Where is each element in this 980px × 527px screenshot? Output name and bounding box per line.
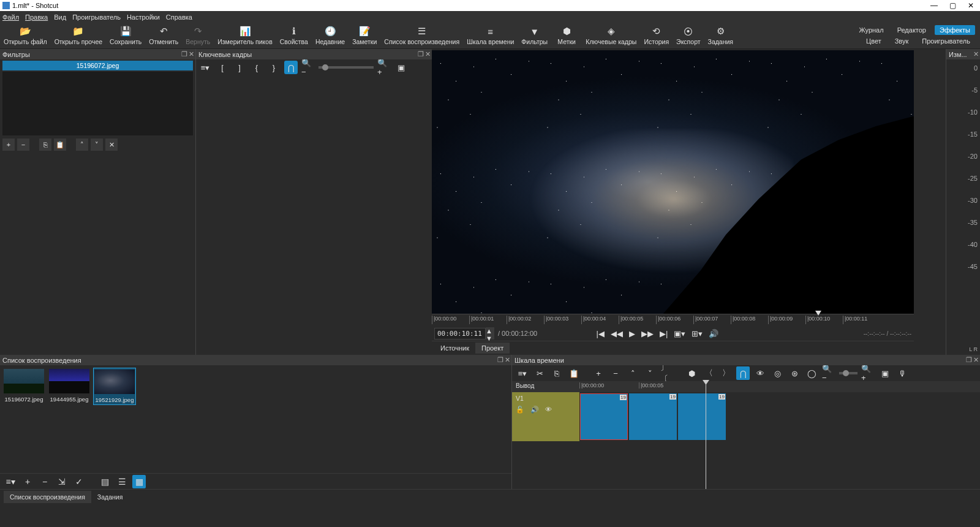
remove-filter-button[interactable]: − (17, 138, 29, 151)
tl-zoom-fit-button[interactable]: ▣ (878, 366, 892, 380)
tl-copy-button[interactable]: ⎘ (550, 366, 564, 380)
kf-set-out-button[interactable]: ] (233, 61, 246, 74)
timeline-button[interactable]: ≡Шкала времени (463, 25, 518, 47)
timecode-input[interactable] (434, 328, 486, 339)
tl-snap-button[interactable]: ⋂ (736, 366, 750, 380)
paste-filter-button[interactable]: 📋 (54, 138, 66, 151)
undock-icon[interactable]: ❐ (418, 50, 424, 58)
timeline-playhead[interactable] (706, 381, 706, 489)
mode-effects[interactable]: Эффекты (935, 25, 975, 35)
fast-forward-button[interactable]: ▶▶ (641, 329, 654, 338)
properties-button[interactable]: ℹСвойства (276, 25, 312, 47)
menu-view[interactable]: Вид (54, 13, 66, 21)
kf-zoom-slider[interactable] (318, 66, 374, 69)
track-mute-icon[interactable]: 🔊 (530, 406, 539, 414)
playlist-clip[interactable]: 15196072.jpeg (2, 368, 45, 404)
close-panel-icon[interactable]: ✕ (189, 50, 194, 58)
pl-update-button[interactable]: ⇲ (55, 475, 69, 488)
close-panel-icon[interactable]: ✕ (973, 356, 979, 364)
pl-remove-button[interactable]: − (38, 475, 51, 488)
mode-editor[interactable]: Редактор (892, 25, 931, 35)
markers-button[interactable]: ⬢Метки (551, 25, 582, 47)
grid-dropdown-button[interactable]: ⊞▾ (692, 329, 703, 338)
deselect-filter-button[interactable]: ✕ (105, 138, 118, 151)
tl-ripple-markers-button[interactable]: ◯ (805, 366, 818, 380)
kf-set-in-button[interactable]: [ (216, 61, 229, 74)
tl-record-button[interactable]: 🎙 (895, 366, 909, 380)
tl-zoom-slider[interactable] (839, 372, 858, 374)
timeline-clip-selected[interactable]: 19 (580, 393, 628, 440)
tl-prev-marker-button[interactable]: 〈 (702, 366, 715, 380)
timeline-clip[interactable]: 19 (629, 393, 677, 440)
redo-button[interactable]: ↷Вернуть (182, 25, 214, 47)
menu-help[interactable]: Справка (166, 13, 192, 21)
bottom-tab-jobs[interactable]: Задания (91, 491, 129, 503)
notes-button[interactable]: 📝Заметки (349, 25, 380, 47)
timecode-spinner[interactable]: ▲▼ (486, 327, 494, 339)
filter-clip-selected[interactable]: 15196072.jpeg (2, 61, 193, 70)
tl-zoom-out-button[interactable]: 🔍− (822, 366, 835, 380)
save-button[interactable]: 💾Сохранить (106, 25, 145, 47)
tl-zoom-in-button[interactable]: 🔍+ (861, 366, 875, 380)
peak-meter-button[interactable]: 📊Измеритель пиков (214, 25, 276, 47)
volume-button[interactable]: 🔊 (709, 329, 718, 338)
undock-icon[interactable]: ❐ (181, 50, 187, 58)
copy-filter-button[interactable]: ⎘ (39, 138, 51, 151)
track-lock-icon[interactable]: 🔓 (516, 406, 524, 414)
track-head-v1[interactable]: V1 🔓 🔊 👁 (512, 392, 579, 441)
kf-brace-open-button[interactable]: { (250, 61, 263, 74)
skip-end-button[interactable]: ▶| (660, 329, 668, 338)
kf-brace-close-button[interactable]: } (267, 61, 281, 74)
tl-split-button[interactable]: 〕〔 (660, 366, 674, 380)
playlist-clip[interactable]: 19444955.jpeg (48, 368, 91, 404)
close-panel-icon[interactable]: ✕ (425, 50, 431, 58)
kf-zoom-fit-button[interactable]: ▣ (394, 61, 408, 74)
export-button[interactable]: ⦿Экспорт (673, 25, 704, 47)
skip-start-button[interactable]: |◀ (597, 329, 605, 338)
pl-view-list-button[interactable]: ☰ (115, 475, 129, 488)
tl-append-button[interactable]: + (592, 366, 605, 380)
menu-edit[interactable]: Правка (25, 13, 48, 21)
open-file-button[interactable]: 📂Открыть файл (0, 25, 51, 47)
keyframes-button[interactable]: ◈Ключевые кадры (582, 25, 640, 47)
tl-overwrite-button[interactable]: ˅ (643, 366, 657, 380)
tl-menu-button[interactable]: ≡▾ (516, 366, 529, 380)
maximize-button[interactable]: ▢ (943, 0, 962, 11)
kf-zoom-out-button[interactable]: 🔍− (301, 61, 315, 74)
tl-scrub-button[interactable]: 👁 (753, 366, 767, 380)
jobs-button[interactable]: ⚙Задания (704, 25, 737, 47)
mode-player[interactable]: Проигрыватель (917, 36, 975, 46)
filters-button[interactable]: ▼Фильтры (518, 25, 551, 47)
add-filter-button[interactable]: + (2, 138, 15, 151)
undo-button[interactable]: ↶Отменить (145, 25, 182, 47)
tl-lift-button[interactable]: ˄ (626, 366, 639, 380)
mode-log[interactable]: Журнал (854, 25, 888, 35)
tl-next-marker-button[interactable]: 〉 (719, 366, 733, 380)
close-button[interactable]: ✕ (962, 0, 980, 11)
zoom-dropdown-button[interactable]: ▣▾ (674, 329, 685, 338)
rewind-button[interactable]: ◀◀ (611, 329, 623, 338)
kf-snap-button[interactable]: ⋂ (284, 61, 298, 74)
mode-audio[interactable]: Звук (890, 36, 914, 46)
tab-project[interactable]: Проект (475, 343, 510, 354)
mode-color[interactable]: Цвет (861, 36, 886, 46)
tl-cut-button[interactable]: ✂ (533, 366, 546, 380)
timeline-clip[interactable]: 19 (678, 393, 726, 440)
close-panel-icon[interactable]: ✕ (505, 356, 510, 364)
playlist-clip-selected[interactable]: 19521929.jpeg (93, 368, 136, 405)
close-panel-icon[interactable]: ✕ (973, 50, 979, 58)
tl-remove-button[interactable]: − (609, 366, 622, 380)
preview-ruler[interactable]: |00:00:00|00:00:01|00:00:02|00:00:03|00:… (432, 314, 914, 326)
tl-ripple-button[interactable]: ◎ (771, 366, 784, 380)
minimize-button[interactable]: — (925, 0, 943, 11)
open-other-button[interactable]: 📁Открыть прочее (51, 25, 106, 47)
move-filter-up-button[interactable]: ˄ (76, 138, 88, 151)
pl-view-detail-button[interactable]: ▤ (98, 475, 111, 488)
kf-menu-button[interactable]: ≡▾ (198, 61, 212, 74)
tl-ripple-all-button[interactable]: ⊛ (788, 366, 801, 380)
undock-icon[interactable]: ❐ (497, 356, 503, 364)
track-hide-icon[interactable]: 👁 (545, 406, 552, 414)
menu-player[interactable]: Проигрыватель (72, 13, 121, 21)
play-button[interactable]: ▶ (629, 329, 635, 338)
pl-check-button[interactable]: ✓ (72, 475, 86, 488)
